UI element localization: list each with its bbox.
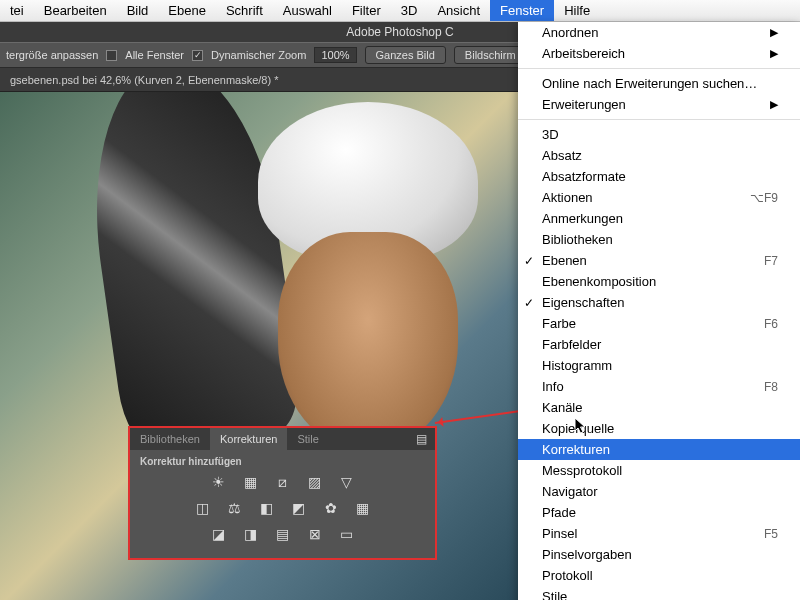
colorlookup-icon[interactable]: ▦	[353, 499, 373, 517]
photofilter-icon[interactable]: ◩	[289, 499, 309, 517]
menuitem-info[interactable]: InfoF8	[518, 376, 800, 397]
invert-icon[interactable]: ◪	[209, 525, 229, 543]
gradientmap-icon[interactable]: ▭	[337, 525, 357, 543]
menuitem-histogramm[interactable]: Histogramm	[518, 355, 800, 376]
all-windows-label: Alle Fenster	[125, 49, 184, 61]
zoom-field[interactable]: 100%	[314, 47, 356, 63]
exposure-icon[interactable]: ▨	[305, 473, 325, 491]
menuitem-3d[interactable]: 3D	[518, 124, 800, 145]
menu-ansicht[interactable]: Ansicht	[427, 0, 490, 21]
menuitem-kan-le[interactable]: Kanäle	[518, 397, 800, 418]
channelmixer-icon[interactable]: ✿	[321, 499, 341, 517]
menu-bearbeiten[interactable]: Bearbeiten	[34, 0, 117, 21]
menuitem-protokoll[interactable]: Protokoll	[518, 565, 800, 586]
brightness-icon[interactable]: ☀	[209, 473, 229, 491]
panel-tabs: BibliothekenKorrekturenStile▤	[130, 428, 435, 450]
menuitem-stile[interactable]: Stile	[518, 586, 800, 600]
menuitem-eigenschaften[interactable]: ✓Eigenschaften	[518, 292, 800, 313]
menu-3d[interactable]: 3D	[391, 0, 428, 21]
menuitem-absatz[interactable]: Absatz	[518, 145, 800, 166]
vibrance-icon[interactable]: ▽	[337, 473, 357, 491]
menu-filter[interactable]: Filter	[342, 0, 391, 21]
menuitem-erweiterungen[interactable]: Erweiterungen▶	[518, 94, 800, 115]
posterize-icon[interactable]: ◨	[241, 525, 261, 543]
bw-icon[interactable]: ◧	[257, 499, 277, 517]
menuitem-kopierquelle[interactable]: Kopierquelle	[518, 418, 800, 439]
hue-icon[interactable]: ◫	[193, 499, 213, 517]
colorbalance-icon[interactable]: ⚖	[225, 499, 245, 517]
menu-auswahl[interactable]: Auswahl	[273, 0, 342, 21]
menubar: teiBearbeitenBildEbeneSchriftAuswahlFilt…	[0, 0, 800, 22]
menu-ebene[interactable]: Ebene	[158, 0, 216, 21]
panel-menu-icon[interactable]: ▤	[408, 432, 435, 446]
menuitem-absatzformate[interactable]: Absatzformate	[518, 166, 800, 187]
panel-tab-stile[interactable]: Stile	[287, 428, 328, 450]
fenster-dropdown: Anordnen▶Arbeitsbereich▶Online nach Erwe…	[518, 22, 800, 600]
menuitem-arbeitsbereich[interactable]: Arbeitsbereich▶	[518, 43, 800, 64]
menuitem-aktionen[interactable]: Aktionen⌥F9	[518, 187, 800, 208]
resize-label: tergröße anpassen	[6, 49, 98, 61]
curves-icon[interactable]: ⧄	[273, 473, 293, 491]
menuitem-pinsel[interactable]: PinselF5	[518, 523, 800, 544]
menuitem-bibliotheken[interactable]: Bibliotheken	[518, 229, 800, 250]
panel-tab-bibliotheken[interactable]: Bibliotheken	[130, 428, 210, 450]
menuitem-online-nach-erweiterungen-suchen-[interactable]: Online nach Erweiterungen suchen…	[518, 73, 800, 94]
menuitem-anordnen[interactable]: Anordnen▶	[518, 22, 800, 43]
dynamic-zoom-label: Dynamischer Zoom	[211, 49, 306, 61]
dynamic-zoom-checkbox[interactable]: ✓	[192, 50, 203, 61]
menu-schrift[interactable]: Schrift	[216, 0, 273, 21]
menuitem-pfade[interactable]: Pfade	[518, 502, 800, 523]
menuitem-messprotokoll[interactable]: Messprotokoll	[518, 460, 800, 481]
menuitem-ebenen[interactable]: ✓EbenenF7	[518, 250, 800, 271]
fit-screen-button[interactable]: Ganzes Bild	[365, 46, 446, 64]
menu-hilfe[interactable]: Hilfe	[554, 0, 600, 21]
menuitem-farbe[interactable]: FarbeF6	[518, 313, 800, 334]
menuitem-farbfelder[interactable]: Farbfelder	[518, 334, 800, 355]
menuitem-anmerkungen[interactable]: Anmerkungen	[518, 208, 800, 229]
menu-tei[interactable]: tei	[0, 0, 34, 21]
all-windows-checkbox[interactable]	[106, 50, 117, 61]
menuitem-ebenenkomposition[interactable]: Ebenenkomposition	[518, 271, 800, 292]
menu-bild[interactable]: Bild	[117, 0, 159, 21]
adjustments-panel: BibliothekenKorrekturenStile▤ Korrektur …	[130, 428, 435, 558]
menuitem-pinselvorgaben[interactable]: Pinselvorgaben	[518, 544, 800, 565]
fill-screen-button[interactable]: Bildschirm	[454, 46, 527, 64]
menuitem-korrekturen[interactable]: Korrekturen	[518, 439, 800, 460]
selective-icon[interactable]: ⊠	[305, 525, 325, 543]
threshold-icon[interactable]: ▤	[273, 525, 293, 543]
panel-heading: Korrektur hinzufügen	[130, 450, 435, 469]
menuitem-navigator[interactable]: Navigator	[518, 481, 800, 502]
menu-fenster[interactable]: Fenster	[490, 0, 554, 21]
panel-tab-korrekturen[interactable]: Korrekturen	[210, 428, 287, 450]
levels-icon[interactable]: ▦	[241, 473, 261, 491]
